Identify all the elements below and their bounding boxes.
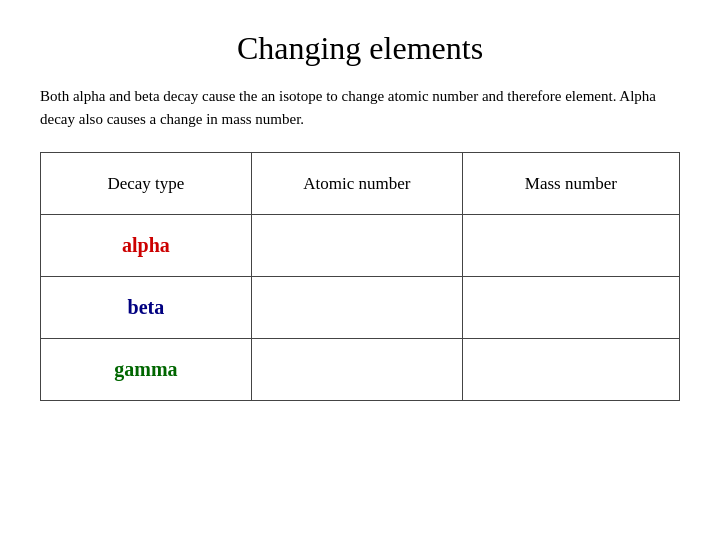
table-row: gamma: [41, 339, 680, 401]
cell-alpha-decay: alpha: [41, 215, 252, 277]
cell-alpha-atomic: [251, 215, 462, 277]
header-mass-number: Mass number: [462, 153, 679, 215]
cell-alpha-mass: [462, 215, 679, 277]
header-atomic-number: Atomic number: [251, 153, 462, 215]
table-wrapper: Decay type Atomic number Mass number alp…: [40, 152, 680, 401]
decay-table: Decay type Atomic number Mass number alp…: [40, 152, 680, 401]
table-row: alpha: [41, 215, 680, 277]
page-title: Changing elements: [40, 30, 680, 67]
header-decay-type: Decay type: [41, 153, 252, 215]
cell-beta-atomic: [251, 277, 462, 339]
cell-gamma-mass: [462, 339, 679, 401]
table-row: beta: [41, 277, 680, 339]
cell-gamma-decay: gamma: [41, 339, 252, 401]
cell-beta-mass: [462, 277, 679, 339]
cell-beta-decay: beta: [41, 277, 252, 339]
page-container: Changing elements Both alpha and beta de…: [0, 0, 720, 540]
cell-gamma-atomic: [251, 339, 462, 401]
table-header-row: Decay type Atomic number Mass number: [41, 153, 680, 215]
intro-paragraph: Both alpha and beta decay cause the an i…: [40, 85, 680, 130]
